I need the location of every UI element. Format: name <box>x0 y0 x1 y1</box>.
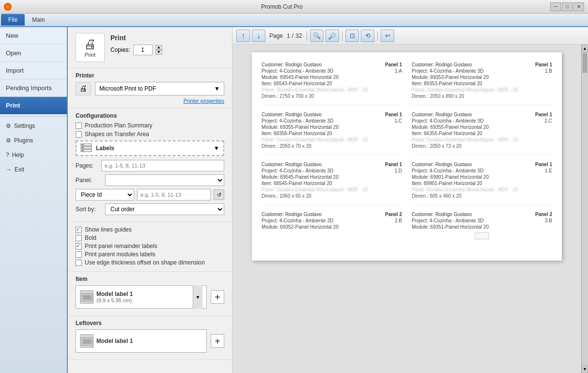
printer-dropdown[interactable]: Microsoft Print to PDF ▼ <box>95 82 224 95</box>
config-section-title: Configurations <box>76 112 224 119</box>
scroll-track[interactable] <box>582 52 588 365</box>
item-section-title: Item <box>76 276 224 282</box>
sort-label: Sort by: <box>76 206 102 213</box>
copies-input[interactable] <box>133 45 153 55</box>
panel-entry-2b: Customer: Rodrigo Gustavo Panel 2 Projec… <box>262 212 402 235</box>
preview-wrapper: Customer: Rodrigo Gustavo Panel 1 Projec… <box>232 45 588 373</box>
add-leftover-button[interactable]: + <box>211 334 224 348</box>
sidebar-item-exit[interactable]: → Exit <box>0 162 67 177</box>
current-page: 1 <box>287 32 290 39</box>
shapes-transfer-checkbox[interactable] <box>76 131 82 138</box>
copies-label: Copies: <box>110 47 130 53</box>
preview-content[interactable]: Customer: Rodrigo Gustavo Panel 1 Projec… <box>232 45 581 373</box>
piece-id-input[interactable] <box>137 189 211 201</box>
scroll-up-button[interactable]: ▲ <box>582 45 588 52</box>
print-panel-checkbox[interactable] <box>76 243 82 249</box>
sidebar-item-pending[interactable]: Pending Imports <box>0 79 67 97</box>
svg-rect-3 <box>82 144 84 145</box>
partial-indicator <box>475 233 489 239</box>
model-name: Model label 1 <box>96 291 190 297</box>
leftovers-section: Leftovers Model label 1 + <box>68 316 232 360</box>
close-button[interactable]: ✕ <box>573 2 584 11</box>
print-header: 🖨 Print Print Copies: ▲ ▼ <box>68 27 232 68</box>
bold-checkbox[interactable] <box>76 235 82 241</box>
zoom-reset-button[interactable]: ⟲ <box>361 30 374 42</box>
print-title: Print <box>110 34 162 42</box>
settings-icon: ⚙ <box>6 123 11 129</box>
settings-label: Settings <box>14 123 35 129</box>
labels-section: Labels ▼ ← <box>76 140 224 156</box>
copies-decrement[interactable]: ▼ <box>155 50 162 55</box>
toolbar-separator-1 <box>307 31 307 41</box>
copies-increment[interactable]: ▲ <box>155 45 162 50</box>
print-parent-row: Print parent modules labels <box>76 251 224 258</box>
sort-row: Sort by: Cut order Piece Id Module <box>76 203 224 215</box>
title-bar-controls: ─ □ ✕ <box>550 2 584 11</box>
labels-dropdown[interactable]: Labels ▼ <box>76 140 224 156</box>
copies-row: Copies: ▲ ▼ <box>110 45 162 55</box>
sort-select[interactable]: Cut order Piece Id Module <box>105 203 224 215</box>
model-dropdown-btn[interactable]: ▼ <box>193 285 202 309</box>
sidebar-item-new[interactable]: New <box>0 27 67 45</box>
sidebar: New Open Import Pending Imports Print ⚙ … <box>0 27 68 373</box>
leftovers-row: Model label 1 + <box>76 329 224 353</box>
maximize-button[interactable]: □ <box>562 2 573 11</box>
toolbar-separator-3 <box>377 31 378 41</box>
sidebar-item-import[interactable]: Import <box>0 62 67 79</box>
printer-thumbnail: 🖨 <box>76 82 91 95</box>
printer-selected: Microsoft Print to PDF <box>99 85 156 92</box>
svg-rect-11 <box>83 339 92 344</box>
preview-columns: Customer: Rodrigo Gustavo Panel 1 Projec… <box>262 62 552 251</box>
production-plan-checkbox[interactable] <box>76 123 82 129</box>
sidebar-item-open[interactable]: Open <box>0 45 67 62</box>
checkboxes-section: Show lines guides Bold Print panel remai… <box>68 222 232 272</box>
panel-entry-2c: Customer: Rodrigo Gustavo Panel 1 Projec… <box>412 112 552 155</box>
printer-properties-link[interactable]: Printer properties <box>184 98 224 104</box>
page-down-button[interactable]: ↓ <box>252 30 265 42</box>
scroll-thumb[interactable] <box>583 53 587 73</box>
page-label: Page <box>269 32 283 39</box>
add-item-button[interactable]: + <box>211 290 224 304</box>
pages-input[interactable] <box>101 160 224 171</box>
sidebar-item-plugins[interactable]: ⚙ Plugins <box>0 133 67 148</box>
scroll-down-button[interactable]: ▼ <box>582 365 588 373</box>
zoom-out-button[interactable]: 🔍 <box>325 30 339 42</box>
page-up-button[interactable]: ↑ <box>236 30 250 42</box>
piece-id-select[interactable]: Piece Id <box>76 189 134 201</box>
print-panel-remainder-container: Print panel remainder labels → <box>76 243 224 249</box>
partial-box <box>412 233 552 239</box>
sidebar-item-print[interactable]: Print <box>0 97 67 114</box>
minimize-button[interactable]: ─ <box>550 2 561 11</box>
rotate-button[interactable]: ↩ <box>381 30 394 42</box>
leftovers-info: Model label 1 <box>96 338 202 344</box>
menu-tab-main[interactable]: Main <box>25 14 52 26</box>
leftovers-section-title: Leftovers <box>76 320 224 326</box>
model-size: (9.9 x 5.95 cm) <box>96 297 190 303</box>
print-parent-checkbox[interactable] <box>76 251 82 258</box>
piece-id-row: Piece Id ↺ <box>76 189 224 201</box>
pages-row: Pages: <box>76 160 224 171</box>
plugins-label: Plugins <box>14 137 33 144</box>
panel-entry-1b: Customer: Rodrigo Gustavo Panel 1 Projec… <box>412 62 552 105</box>
refresh-button[interactable]: ↺ <box>214 189 224 200</box>
use-edge-checkbox[interactable] <box>76 260 82 266</box>
help-icon: ? <box>6 152 9 158</box>
config-production-plan: Production Plan Summary <box>76 122 224 129</box>
model-select[interactable]: Model label 1 (9.9 x 5.95 cm) ▼ <box>76 285 207 309</box>
svg-rect-4 <box>82 147 84 148</box>
panel-entry-3b: Customer: Rodrigo Gustavo Panel 2 Projec… <box>412 212 552 244</box>
sidebar-item-help[interactable]: ? Help <box>0 148 67 162</box>
item-section: Item Model label 1 <box>68 272 232 316</box>
page-separator: / <box>292 32 294 39</box>
sidebar-item-settings[interactable]: ⚙ Settings <box>0 119 67 133</box>
leftovers-model-select[interactable]: Model label 1 <box>76 329 207 353</box>
print-panel: 🖨 Print Print Copies: ▲ ▼ <box>68 27 232 373</box>
show-lines-checkbox[interactable] <box>76 227 82 233</box>
panel-select[interactable] <box>105 174 224 186</box>
vertical-scrollbar[interactable]: ▲ ▼ <box>581 45 588 373</box>
fit-page-button[interactable]: ⊡ <box>345 30 359 42</box>
zoom-in-button[interactable]: 🔍 <box>310 30 324 42</box>
menu-tab-file[interactable]: File <box>1 14 25 26</box>
labels-text: Labels <box>96 145 210 152</box>
show-lines-label: Show lines guides <box>85 226 132 233</box>
